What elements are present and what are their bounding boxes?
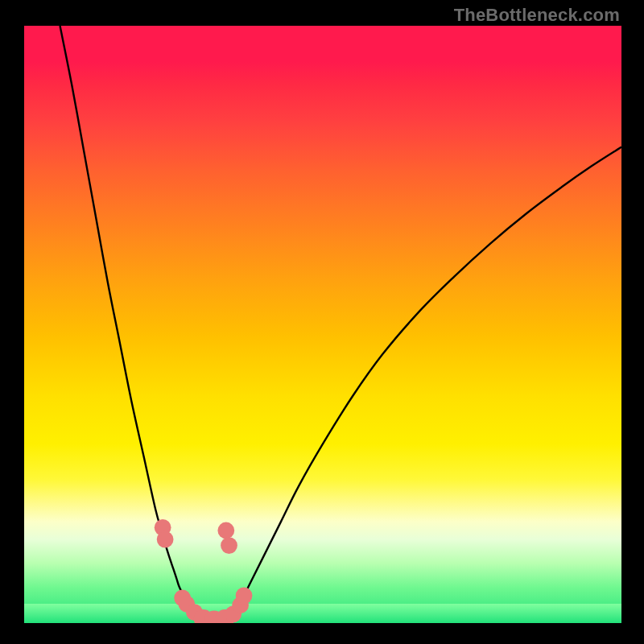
watermark-text: TheBottleneck.com bbox=[454, 5, 620, 26]
data-markers bbox=[155, 519, 253, 623]
data-marker bbox=[221, 537, 237, 554]
data-marker bbox=[157, 531, 174, 548]
data-marker bbox=[236, 587, 253, 604]
curves-svg bbox=[24, 26, 621, 623]
left-curve bbox=[60, 26, 216, 623]
right-curve bbox=[215, 147, 621, 623]
data-marker bbox=[217, 522, 234, 539]
chart-frame: TheBottleneck.com bbox=[0, 0, 644, 644]
plot-area bbox=[24, 26, 621, 623]
